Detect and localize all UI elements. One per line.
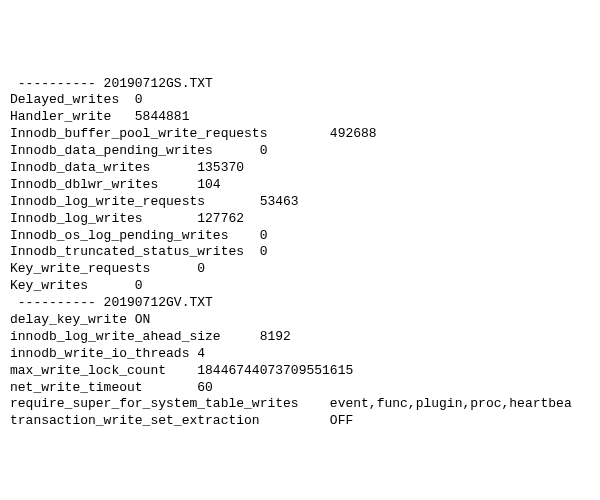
- status-row: Innodb_log_writes 127762: [10, 211, 600, 228]
- status-row: Key_writes 0: [10, 278, 600, 295]
- file-header: ---------- 20190712GS.TXT: [10, 76, 600, 93]
- status-row: require_super_for_system_table_writes ev…: [10, 396, 600, 413]
- status-row: innodb_write_io_threads 4: [10, 346, 600, 363]
- file-header: ---------- 20190712GV.TXT: [10, 295, 600, 312]
- status-row: Innodb_dblwr_writes 104: [10, 177, 600, 194]
- status-row: Innodb_buffer_pool_write_requests 492688: [10, 126, 600, 143]
- status-row: Innodb_log_write_requests 53463: [10, 194, 600, 211]
- status-row: innodb_log_write_ahead_size 8192: [10, 329, 600, 346]
- status-row: net_write_timeout 60: [10, 380, 600, 397]
- status-row: Innodb_os_log_pending_writes 0: [10, 228, 600, 245]
- status-row: Innodb_data_writes 135370: [10, 160, 600, 177]
- status-row: Innodb_truncated_status_writes 0: [10, 244, 600, 261]
- status-row: Key_write_requests 0: [10, 261, 600, 278]
- status-row: max_write_lock_count 1844674407370955161…: [10, 363, 600, 380]
- status-row: delay_key_write ON: [10, 312, 600, 329]
- terminal-output: ---------- 20190712GS.TXTDelayed_writes …: [10, 76, 600, 431]
- status-row: Handler_write 5844881: [10, 109, 600, 126]
- status-row: Innodb_data_pending_writes 0: [10, 143, 600, 160]
- status-row: transaction_write_set_extraction OFF: [10, 413, 600, 430]
- status-row: Delayed_writes 0: [10, 92, 600, 109]
